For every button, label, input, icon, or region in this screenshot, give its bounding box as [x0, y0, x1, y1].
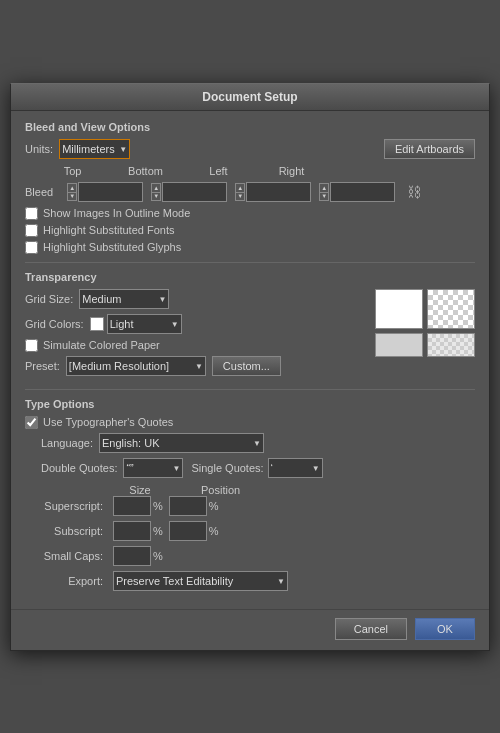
single-quotes-select-wrapper: ‘ [268, 458, 323, 478]
highlight-fonts-checkbox[interactable] [25, 224, 38, 237]
preset-select[interactable]: [Medium Resolution] [66, 356, 206, 376]
top-down-arrow[interactable]: ▼ [67, 192, 77, 201]
simulate-paper-row: Simulate Colored Paper [25, 339, 375, 352]
bleed-right-field: ▲ ▼ 0 mm [319, 182, 395, 202]
double-quotes-select-wrapper: “” [123, 458, 183, 478]
typographers-quotes-checkbox[interactable] [25, 416, 38, 429]
grid-size-select[interactable]: Medium [79, 289, 169, 309]
small-caps-label: Small Caps: [41, 550, 103, 562]
cancel-button[interactable]: Cancel [335, 618, 407, 640]
bleed-left-field: ▲ ▼ 0 mm [235, 182, 311, 202]
right-down-arrow[interactable]: ▼ [319, 192, 329, 201]
units-row: Units: Millimeters Edit Artboards [25, 139, 475, 159]
preview-checker-box [427, 289, 475, 329]
subscript-size-input[interactable]: 58.3 [113, 521, 151, 541]
size-header: Size [105, 484, 175, 496]
highlight-fonts-label: Highlight Substituted Fonts [43, 224, 174, 236]
units-select[interactable]: Millimeters [59, 139, 130, 159]
language-row: Language: English: UK [25, 433, 475, 453]
position-header: Position [201, 484, 240, 496]
edit-artboards-button[interactable]: Edit Artboards [384, 139, 475, 159]
language-select[interactable]: English: UK [99, 433, 264, 453]
transparency-section-title: Transparency [25, 271, 475, 283]
superscript-label: Superscript: [41, 500, 103, 512]
top-spinner[interactable]: ▲ ▼ [67, 183, 77, 201]
simulate-paper-checkbox[interactable] [25, 339, 38, 352]
grid-colors-select[interactable]: Light [107, 314, 182, 334]
units-label: Units: [25, 143, 53, 155]
small-caps-input[interactable]: 70 [113, 546, 151, 566]
bottom-down-arrow[interactable]: ▼ [151, 192, 161, 201]
top-label: Top [64, 165, 82, 177]
language-select-wrapper: English: UK [99, 433, 264, 453]
left-label: Left [209, 165, 227, 177]
superscript-size-percent: % [153, 500, 163, 512]
show-images-checkbox[interactable] [25, 207, 38, 220]
left-down-arrow[interactable]: ▼ [235, 192, 245, 201]
superscript-pos-percent: % [209, 500, 219, 512]
transparency-section: Transparency Grid Size: Medium Grid Colo… [25, 271, 475, 381]
bleed-bottom-field: ▲ ▼ 0 mm [151, 182, 227, 202]
typographers-quotes-label: Use Typographer's Quotes [43, 416, 173, 428]
custom-button[interactable]: Custom... [212, 356, 281, 376]
small-caps-percent: % [153, 550, 163, 562]
right-label: Right [279, 165, 305, 177]
dialog-title: Document Setup [11, 84, 489, 111]
superscript-size-input[interactable]: 58.3 [113, 496, 151, 516]
bleed-label: Bleed [25, 186, 53, 198]
preview-gray-box [375, 333, 423, 357]
highlight-fonts-row: Highlight Substituted Fonts [25, 224, 475, 237]
subscript-pos-input[interactable]: 33.3 [169, 521, 207, 541]
transparency-preview [375, 289, 475, 357]
left-spinner[interactable]: ▲ ▼ [235, 183, 245, 201]
top-up-arrow[interactable]: ▲ [67, 183, 77, 192]
bleed-labels-row: Top Bottom Left Right [25, 165, 475, 177]
bleed-right-input[interactable]: 0 mm [330, 182, 395, 202]
single-quotes-label: Single Quotes: [191, 462, 263, 474]
simulate-paper-label: Simulate Colored Paper [43, 339, 160, 351]
bleed-top-input[interactable]: 0 mm [78, 182, 143, 202]
document-setup-dialog: Document Setup Bleed and View Options Un… [10, 83, 490, 651]
right-up-arrow[interactable]: ▲ [319, 183, 329, 192]
bleed-section-title: Bleed and View Options [25, 121, 475, 133]
right-spinner[interactable]: ▲ ▼ [319, 183, 329, 201]
bleed-section: Bleed and View Options Units: Millimeter… [25, 121, 475, 254]
grid-controls: Grid Size: Medium Grid Colors: Light [25, 289, 375, 381]
grid-size-label: Grid Size: [25, 293, 73, 305]
footer: Cancel OK [11, 609, 489, 650]
subscript-row: Subscript: 58.3 % 33.3 % [25, 521, 475, 541]
preset-select-wrapper: [Medium Resolution] [66, 356, 206, 376]
preset-label: Preset: [25, 360, 60, 372]
export-select[interactable]: Preserve Text Editability [113, 571, 288, 591]
superscript-row: Superscript: 58.3 % 33.3 % [25, 496, 475, 516]
language-label: Language: [41, 437, 93, 449]
bleed-bottom-input[interactable]: 0 mm [162, 182, 227, 202]
preview-top-boxes [375, 289, 475, 329]
size-position-headers: Size Position [25, 484, 475, 496]
double-quotes-select[interactable]: “” [123, 458, 183, 478]
highlight-glyphs-label: Highlight Substituted Glyphs [43, 241, 181, 253]
transparency-controls: Grid Size: Medium Grid Colors: Light [25, 289, 475, 381]
ok-button[interactable]: OK [415, 618, 475, 640]
quotes-row: Double Quotes: “” Single Quotes: ‘ [25, 458, 475, 478]
highlight-glyphs-row: Highlight Substituted Glyphs [25, 241, 475, 254]
type-section: Type Options Use Typographer's Quotes La… [25, 398, 475, 591]
bottom-up-arrow[interactable]: ▲ [151, 183, 161, 192]
single-quotes-select[interactable]: ‘ [268, 458, 323, 478]
subscript-label: Subscript: [41, 525, 103, 537]
grid-colors-row: Grid Colors: Light [25, 314, 375, 334]
typographers-quotes-row: Use Typographer's Quotes [25, 416, 475, 429]
export-select-wrapper: Preserve Text Editability [113, 571, 288, 591]
preset-row: Preset: [Medium Resolution] Custom... [25, 356, 375, 376]
export-row: Export: Preserve Text Editability [25, 571, 475, 591]
preview-checker-small-box [427, 333, 475, 357]
left-up-arrow[interactable]: ▲ [235, 183, 245, 192]
export-label: Export: [41, 575, 103, 587]
bleed-left-input[interactable]: 0 mm [246, 182, 311, 202]
grid-size-row: Grid Size: Medium [25, 289, 375, 309]
bottom-spinner[interactable]: ▲ ▼ [151, 183, 161, 201]
superscript-pos-input[interactable]: 33.3 [169, 496, 207, 516]
preview-bottom-boxes [375, 333, 475, 357]
highlight-glyphs-checkbox[interactable] [25, 241, 38, 254]
type-section-title: Type Options [25, 398, 475, 410]
